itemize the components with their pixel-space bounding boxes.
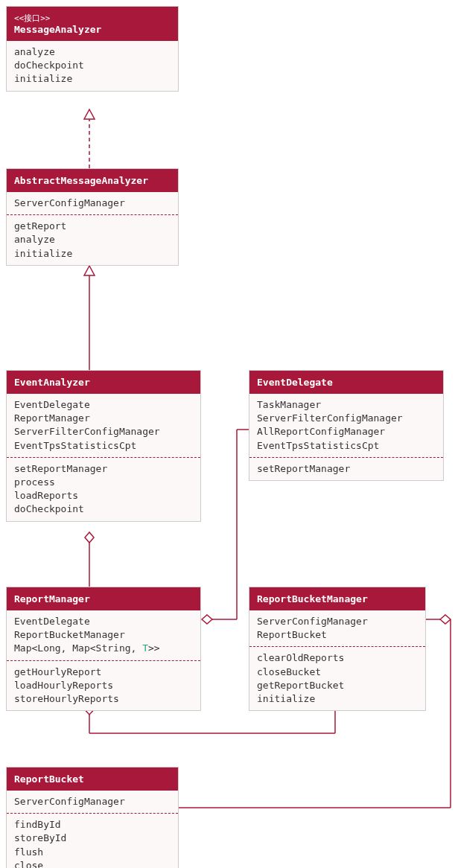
method: storeHourlyReports	[14, 692, 193, 706]
method: getReportBucket	[257, 679, 418, 692]
attribute: ServerConfigManager	[257, 615, 418, 628]
attribute: EventDelegate	[14, 398, 193, 412]
method: getReport	[14, 220, 171, 233]
method: flush	[14, 846, 171, 859]
method: analyze	[14, 45, 171, 59]
stereotype: <<接口>>	[14, 13, 171, 24]
attribute: EventTpsStatisticsCpt	[14, 439, 193, 453]
class-event-delegate: EventDelegate TaskManager ServerFilterCo…	[249, 370, 444, 481]
attribute: ServerConfigManager	[14, 197, 171, 210]
attributes-section: TaskManager ServerFilterConfigManager Al…	[249, 394, 443, 457]
class-event-analyzer: EventAnalyzer EventDelegate ReportManage…	[6, 370, 201, 522]
methods-section: findById storeById flush close	[7, 813, 178, 868]
method: setReportManager	[257, 462, 436, 476]
class-name: MessageAnalyzer	[14, 24, 101, 35]
methods-section: getReport analyze initialize	[7, 214, 178, 265]
method: clearOldReports	[257, 651, 418, 665]
method: initialize	[257, 692, 418, 706]
svg-marker-5	[85, 532, 94, 543]
attributes-section: EventDelegate ReportBucketManager Map<Lo…	[7, 610, 200, 660]
method: loadHourlyReports	[14, 679, 193, 692]
attribute: EventTpsStatisticsCpt	[257, 439, 436, 453]
method: loadReports	[14, 489, 193, 502]
attribute: ServerFilterConfigManager	[14, 425, 193, 438]
class-name: EventAnalyzer	[14, 377, 90, 388]
class-header: ReportBucketManager	[249, 587, 425, 610]
attribute: ReportBucketManager	[14, 628, 193, 642]
class-name: EventDelegate	[257, 377, 333, 388]
class-report-manager: ReportManager EventDelegate ReportBucket…	[6, 587, 201, 711]
svg-marker-16	[440, 615, 451, 624]
method: analyze	[14, 233, 171, 246]
class-name: AbstractMessageAnalyzer	[14, 175, 148, 186]
class-header: <<接口>> MessageAnalyzer	[7, 7, 178, 41]
attributes-section: ServerConfigManager ReportBucket	[249, 610, 425, 646]
attribute: ReportManager	[14, 412, 193, 425]
attribute: AllReportConfigManager	[257, 425, 436, 438]
attribute: Map<Long, Map<String, T>>	[14, 642, 193, 655]
attribute: ReportBucket	[257, 628, 418, 642]
method: process	[14, 476, 193, 489]
method: closeBucket	[257, 666, 418, 679]
class-header: ReportManager	[7, 587, 200, 610]
method: setReportManager	[14, 462, 193, 476]
method: getHourlyReport	[14, 666, 193, 679]
method: initialize	[14, 72, 171, 86]
class-header: EventDelegate	[249, 371, 443, 394]
attributes-section: ServerConfigManager	[7, 192, 178, 214]
attribute: ServerConfigManager	[14, 795, 171, 808]
class-report-bucket: ReportBucket ServerConfigManager findByI…	[6, 767, 179, 868]
attributes-section: EventDelegate ReportManager ServerFilter…	[7, 394, 200, 457]
attribute: EventDelegate	[14, 615, 193, 628]
svg-marker-9	[202, 615, 212, 624]
class-name: ReportBucket	[14, 773, 84, 785]
class-header: AbstractMessageAnalyzer	[7, 169, 178, 192]
class-header: ReportBucket	[7, 768, 178, 791]
attributes-section: ServerConfigManager	[7, 791, 178, 813]
class-name: ReportBucketManager	[257, 593, 368, 604]
method: doCheckpoint	[14, 502, 193, 516]
method: findById	[14, 818, 171, 832]
class-message-analyzer: <<接口>> MessageAnalyzer analyze doCheckpo…	[6, 6, 179, 92]
class-report-bucket-manager: ReportBucketManager ServerConfigManager …	[249, 587, 426, 711]
method: close	[14, 859, 171, 868]
attribute: ServerFilterConfigManager	[257, 412, 436, 425]
method: initialize	[14, 247, 171, 261]
methods-section: setReportManager	[249, 457, 443, 480]
svg-marker-3	[84, 266, 95, 275]
methods-section: setReportManager process loadReports doC…	[7, 457, 200, 521]
class-name: ReportManager	[14, 593, 90, 604]
svg-marker-1	[84, 109, 95, 119]
methods-section: clearOldReports closeBucket getReportBuc…	[249, 646, 425, 710]
method: storeById	[14, 832, 171, 845]
class-header: EventAnalyzer	[7, 371, 200, 394]
attribute: TaskManager	[257, 398, 436, 412]
methods-section: getHourlyReport loadHourlyReports storeH…	[7, 660, 200, 711]
class-abstract-message-analyzer: AbstractMessageAnalyzer ServerConfigMana…	[6, 168, 179, 266]
method: doCheckpoint	[14, 59, 171, 72]
methods-section: analyze doCheckpoint initialize	[7, 41, 178, 91]
